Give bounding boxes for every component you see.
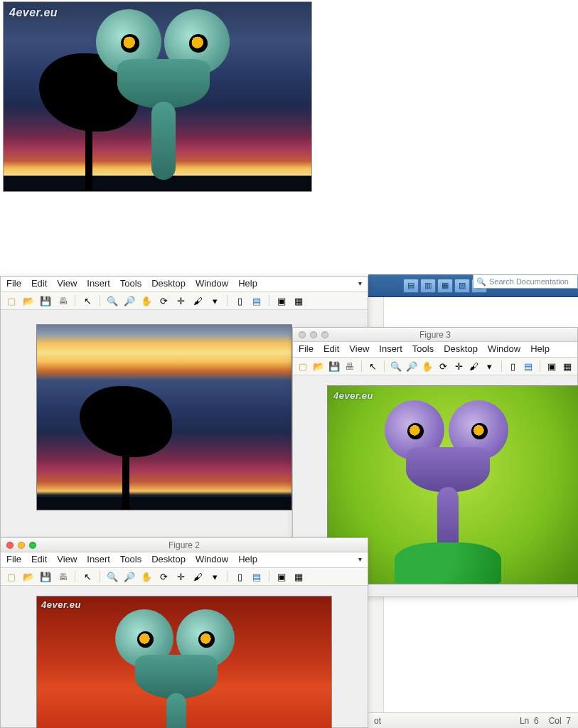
brush-icon[interactable]: 🖌 xyxy=(469,360,480,373)
figure2-window[interactable]: Figure 2 File Edit View Insert Tools Des… xyxy=(0,537,368,728)
ribbon-button[interactable]: ▤ xyxy=(403,279,419,293)
rotate-3d-icon[interactable]: ⟳ xyxy=(437,360,449,373)
insert-colorbar-icon[interactable]: ▯ xyxy=(233,294,246,307)
zoom-in-icon[interactable]: 🔍 xyxy=(106,294,119,307)
save-icon[interactable]: 💾 xyxy=(39,570,52,583)
new-file-icon[interactable]: ▢ xyxy=(5,294,18,307)
brush-icon[interactable]: 🖌 xyxy=(191,570,204,583)
hide-plot-tools-icon[interactable]: ▣ xyxy=(275,570,288,583)
save-icon[interactable]: 💾 xyxy=(328,360,340,373)
menu-insert[interactable]: Insert xyxy=(87,554,110,564)
rotate-3d-icon[interactable]: ⟳ xyxy=(157,570,170,583)
menu-edit[interactable]: Edit xyxy=(31,278,47,289)
pan-hand-icon[interactable]: ✋ xyxy=(422,360,433,373)
zoom-in-icon[interactable]: 🔍 xyxy=(390,360,402,373)
data-cursor-icon[interactable]: ✛ xyxy=(174,570,187,583)
window-titlebar[interactable]: Figure 2 xyxy=(1,538,368,552)
traffic-minimize-icon[interactable] xyxy=(310,331,317,338)
pan-hand-icon[interactable]: ✋ xyxy=(140,570,153,583)
toolbar-separator xyxy=(75,295,75,306)
zoom-out-icon[interactable]: 🔎 xyxy=(406,360,417,373)
save-icon[interactable]: 💾 xyxy=(39,294,52,307)
print-icon[interactable]: 🖶 xyxy=(56,294,69,307)
data-cursor-icon[interactable]: ✛ xyxy=(453,360,464,373)
rotate-3d-icon[interactable]: ⟳ xyxy=(157,294,170,307)
menu-insert[interactable]: Insert xyxy=(379,343,402,354)
menu-window[interactable]: Window xyxy=(196,278,228,289)
menu-edit[interactable]: Edit xyxy=(31,554,47,564)
brush-icon[interactable]: 🖌 xyxy=(191,294,204,307)
open-folder-icon[interactable]: 📂 xyxy=(313,360,324,373)
menu-help[interactable]: Help xyxy=(238,554,257,564)
traffic-close-icon[interactable] xyxy=(299,331,306,338)
zoom-in-icon[interactable]: 🔍 xyxy=(106,570,119,583)
traffic-minimize-icon[interactable] xyxy=(18,542,25,549)
hide-plot-tools-icon[interactable]: ▣ xyxy=(546,360,557,373)
menu-window[interactable]: Window xyxy=(488,343,520,354)
show-plot-tools-icon[interactable]: ▦ xyxy=(562,360,573,373)
link-plots-icon[interactable]: ▾ xyxy=(208,570,221,583)
show-plot-tools-icon[interactable]: ▦ xyxy=(292,294,305,307)
traffic-close-icon[interactable] xyxy=(6,542,14,549)
menu-tools[interactable]: Tools xyxy=(412,343,434,354)
toolbar-separator xyxy=(540,360,540,372)
traffic-zoom-icon[interactable] xyxy=(321,331,328,338)
print-icon[interactable]: 🖶 xyxy=(56,570,69,583)
link-plots-icon[interactable]: ▾ xyxy=(484,360,496,373)
watermark-label: 4ever.eu xyxy=(41,599,81,610)
zoom-out-icon[interactable]: 🔎 xyxy=(123,570,136,583)
menu-file[interactable]: File xyxy=(6,278,21,289)
data-cursor-icon[interactable]: ✛ xyxy=(174,294,187,307)
insert-legend-icon[interactable]: ▤ xyxy=(250,570,263,583)
menu-tools[interactable]: Tools xyxy=(120,278,141,289)
figure-canvas[interactable]: 4ever.eu xyxy=(1,586,368,727)
watermark-label: 4ever.eu xyxy=(333,390,373,401)
composite-result-image: 4ever.eu xyxy=(3,1,312,192)
displayed-image xyxy=(36,324,292,510)
tree-silhouette xyxy=(80,386,172,510)
pan-hand-icon[interactable]: ✋ xyxy=(140,294,153,307)
menu-view[interactable]: View xyxy=(57,278,77,289)
pointer-icon[interactable]: ↖ xyxy=(81,570,94,583)
insert-colorbar-icon[interactable]: ▯ xyxy=(233,570,246,583)
insert-legend-icon[interactable]: ▤ xyxy=(523,360,535,373)
pointer-icon[interactable]: ↖ xyxy=(81,294,94,307)
menu-desktop[interactable]: Desktop xyxy=(444,343,478,354)
menu-file[interactable]: File xyxy=(299,343,314,354)
link-plots-icon[interactable]: ▾ xyxy=(208,294,221,307)
toolbar-separator xyxy=(227,571,228,582)
ribbon-button[interactable]: ▥ xyxy=(420,279,436,293)
menu-edit[interactable]: Edit xyxy=(323,343,339,354)
print-icon[interactable]: 🖶 xyxy=(344,360,355,373)
menu-help[interactable]: Help xyxy=(530,343,550,354)
show-plot-tools-icon[interactable]: ▦ xyxy=(292,570,305,583)
pointer-icon[interactable]: ↖ xyxy=(368,360,379,373)
ribbon-button[interactable]: ▧ xyxy=(454,279,470,293)
search-documentation-input[interactable]: 🔍 Search Documentation xyxy=(473,274,578,289)
new-file-icon[interactable]: ▢ xyxy=(297,360,309,373)
menu-window[interactable]: Window xyxy=(196,554,228,564)
menu-desktop[interactable]: Desktop xyxy=(151,278,186,289)
open-folder-icon[interactable]: 📂 xyxy=(22,294,35,307)
insert-colorbar-icon[interactable]: ▯ xyxy=(508,360,519,373)
ribbon-button[interactable]: ▦ xyxy=(437,279,453,293)
open-folder-icon[interactable]: 📂 xyxy=(22,570,35,583)
menu-help[interactable]: Help xyxy=(238,278,257,289)
traffic-zoom-icon[interactable] xyxy=(29,542,36,549)
menu-view[interactable]: View xyxy=(349,343,369,354)
menu-view[interactable]: View xyxy=(57,554,77,564)
zoom-out-icon[interactable]: 🔎 xyxy=(123,294,136,307)
window-titlebar[interactable]: Figure 3 xyxy=(293,328,577,342)
new-file-icon[interactable]: ▢ xyxy=(5,570,18,583)
menu-overflow-icon[interactable]: ▾ xyxy=(358,555,362,563)
toolbar-separator xyxy=(501,360,502,372)
toolbar-separator xyxy=(100,571,100,582)
menu-desktop[interactable]: Desktop xyxy=(151,554,186,564)
menu-insert[interactable]: Insert xyxy=(87,278,110,289)
hide-plot-tools-icon[interactable]: ▣ xyxy=(275,294,288,307)
menu-file[interactable]: File xyxy=(6,554,21,564)
menu-overflow-icon[interactable]: ▾ xyxy=(358,279,362,287)
menu-tools[interactable]: Tools xyxy=(120,554,141,564)
window-title: Figure 2 xyxy=(1,540,368,550)
insert-legend-icon[interactable]: ▤ xyxy=(250,294,263,307)
